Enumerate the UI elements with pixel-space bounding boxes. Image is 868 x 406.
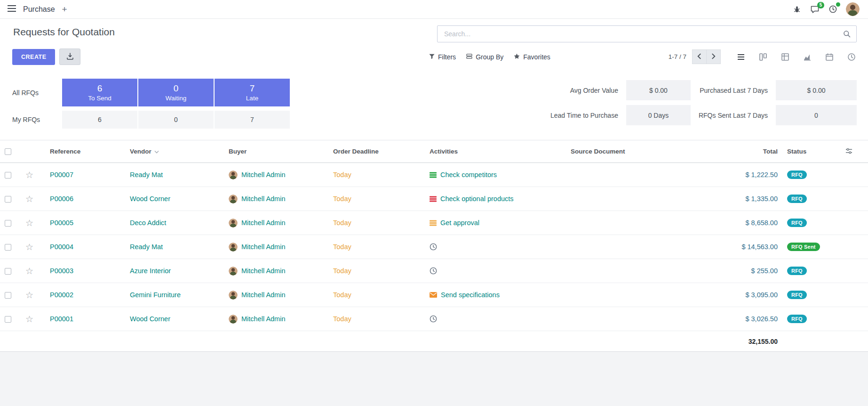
filter-funnel-icon xyxy=(429,53,435,61)
vendor-link[interactable]: Gemini Furniture xyxy=(130,291,181,299)
activity-view-icon[interactable] xyxy=(846,52,857,62)
user-avatar[interactable] xyxy=(846,2,860,16)
my-to-send-count[interactable]: 6 xyxy=(62,111,137,129)
reference-link[interactable]: P00006 xyxy=(50,195,73,203)
row-checkbox[interactable] xyxy=(5,172,11,179)
header-status[interactable]: Status xyxy=(782,140,829,163)
list-view-icon[interactable] xyxy=(736,52,746,62)
tile-late[interactable]: 7 Late xyxy=(215,79,290,106)
reference-link[interactable]: P00004 xyxy=(50,243,73,251)
optional-columns-button[interactable] xyxy=(829,140,868,163)
export-button[interactable] xyxy=(59,49,80,65)
star-icon[interactable]: ☆ xyxy=(25,290,33,300)
order-deadline: Today xyxy=(333,195,351,203)
tile-label: Waiting xyxy=(166,95,187,102)
pivot-view-icon[interactable] xyxy=(780,52,790,62)
apps-menu-button[interactable] xyxy=(7,4,17,14)
pager-previous-button[interactable] xyxy=(692,49,707,64)
pager-next-button[interactable] xyxy=(706,49,721,64)
messages-icon[interactable]: 5 xyxy=(810,5,820,14)
my-waiting-count[interactable]: 0 xyxy=(138,111,214,129)
vendor-link[interactable]: Wood Corner xyxy=(130,315,170,323)
vendor-link[interactable]: Wood Corner xyxy=(130,195,170,203)
stat-value-avg-order-value[interactable]: $ 0.00 xyxy=(626,80,691,100)
search-bar xyxy=(437,25,857,42)
reference-link[interactable]: P00005 xyxy=(50,219,73,227)
select-all-checkbox[interactable] xyxy=(0,140,21,163)
table-row[interactable]: ☆ P00002 Gemini Furniture Mitchell Admin… xyxy=(0,283,868,307)
table-row[interactable]: ☆ P00007 Ready Mat Mitchell Admin Today … xyxy=(0,163,868,187)
debug-bug-icon[interactable] xyxy=(792,5,802,14)
vendor-link[interactable]: Azure Interior xyxy=(130,267,171,275)
table-row[interactable]: ☆ P00001 Wood Corner Mitchell Admin Toda… xyxy=(0,307,868,331)
search-input[interactable] xyxy=(443,30,842,38)
star-icon[interactable]: ☆ xyxy=(25,218,33,228)
reference-link[interactable]: P00001 xyxy=(50,315,73,323)
group-by-button[interactable]: Group By xyxy=(461,50,509,64)
row-checkbox[interactable] xyxy=(5,196,11,203)
filters-button[interactable]: Filters xyxy=(424,50,461,64)
plus-icon[interactable]: + xyxy=(61,5,68,14)
buyer-avatar xyxy=(229,171,238,179)
row-checkbox[interactable] xyxy=(5,292,11,299)
activity-label[interactable]: Check competitors xyxy=(440,171,497,179)
row-checkbox[interactable] xyxy=(5,244,11,251)
vendor-link[interactable]: Ready Mat xyxy=(130,171,163,179)
header-total[interactable]: Total xyxy=(688,140,782,163)
filters-label: Filters xyxy=(438,53,456,61)
table-row[interactable]: ☆ P00005 Deco Addict Mitchell Admin Toda… xyxy=(0,211,868,235)
stat-value-purchased-last-7-days[interactable]: $ 0.00 xyxy=(776,80,857,100)
tasks-yellow-icon[interactable] xyxy=(430,219,437,227)
graph-view-icon[interactable] xyxy=(802,52,812,62)
clock-icon[interactable] xyxy=(430,315,437,323)
header-activities[interactable]: Activities xyxy=(425,140,566,163)
vendor-link[interactable]: Ready Mat xyxy=(130,243,163,251)
tasks-green-icon[interactable] xyxy=(430,171,437,179)
current-app-name[interactable]: Purchase xyxy=(23,5,55,14)
rfq-dashboard: All RFQs 6 To Send 0 Waiting 7 Late My R… xyxy=(0,71,868,140)
activity-label[interactable]: Check optional products xyxy=(440,195,514,203)
star-icon[interactable]: ☆ xyxy=(25,194,33,204)
envelope-icon[interactable] xyxy=(430,292,437,298)
header-source-document[interactable]: Source Document xyxy=(566,140,688,163)
clock-icon[interactable] xyxy=(430,243,437,251)
status-badge: RFQ xyxy=(787,267,807,275)
favorites-button[interactable]: Favorites xyxy=(509,50,556,64)
kanban-view-icon[interactable] xyxy=(758,52,768,62)
create-button[interactable]: CREATE xyxy=(12,49,55,65)
table-row[interactable]: ☆ P00003 Azure Interior Mitchell Admin T… xyxy=(0,259,868,283)
reference-link[interactable]: P00007 xyxy=(50,171,73,179)
calendar-view-icon[interactable] xyxy=(824,52,835,62)
header-buyer[interactable]: Buyer xyxy=(224,140,328,163)
tasks-red-icon[interactable] xyxy=(430,195,437,203)
star-icon[interactable]: ☆ xyxy=(25,266,33,276)
reference-link[interactable]: P00003 xyxy=(50,267,73,275)
order-deadline: Today xyxy=(333,267,351,275)
clock-icon[interactable] xyxy=(430,267,437,275)
my-late-count[interactable]: 7 xyxy=(215,111,290,129)
activity-label[interactable]: Send specifications xyxy=(441,291,500,299)
row-checkbox[interactable] xyxy=(5,220,11,227)
star-icon[interactable]: ☆ xyxy=(25,170,33,180)
tile-waiting[interactable]: 0 Waiting xyxy=(138,79,214,106)
stat-value-lead-time[interactable]: 0 Days xyxy=(626,105,691,125)
tile-to-send[interactable]: 6 To Send xyxy=(62,79,137,106)
row-checkbox[interactable] xyxy=(5,268,11,275)
search-icon[interactable] xyxy=(842,29,852,39)
header-vendor[interactable]: Vendor xyxy=(125,140,224,163)
table-row[interactable]: ☆ P00004 Ready Mat Mitchell Admin Today … xyxy=(0,235,868,259)
activities-badge-dot xyxy=(836,2,840,7)
order-deadline: Today xyxy=(333,315,351,323)
star-icon[interactable]: ☆ xyxy=(25,242,33,252)
activity-label[interactable]: Get approval xyxy=(440,219,479,227)
vendor-link[interactable]: Deco Addict xyxy=(130,219,166,227)
reference-link[interactable]: P00002 xyxy=(50,291,73,299)
buyer-avatar xyxy=(229,195,238,203)
header-reference[interactable]: Reference xyxy=(45,140,125,163)
row-checkbox[interactable] xyxy=(5,316,11,323)
star-icon[interactable]: ☆ xyxy=(25,314,33,324)
activities-clock-icon[interactable] xyxy=(828,4,838,14)
stat-value-rfqs-sent[interactable]: 0 xyxy=(776,105,857,125)
table-row[interactable]: ☆ P00006 Wood Corner Mitchell Admin Toda… xyxy=(0,187,868,211)
header-order-deadline[interactable]: Order Deadline xyxy=(328,140,425,163)
